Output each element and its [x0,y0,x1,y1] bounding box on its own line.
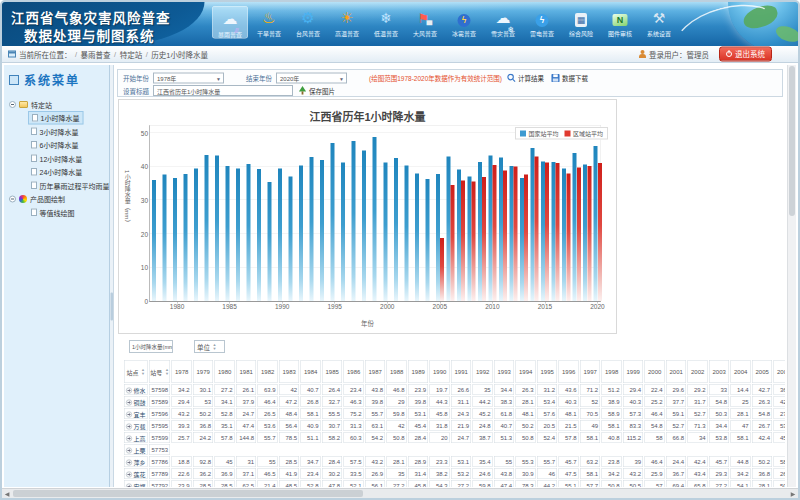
scrollbar-thumb[interactable] [13,490,363,497]
tree-item-6小时降水量[interactable]: 6小时降水量 [28,138,81,152]
year-col-header[interactable]: 1994 [516,360,536,383]
tree-expander-icon[interactable] [9,195,16,202]
table-row[interactable]: 上高5759925.724.257.8144.855.778.551.158.2… [124,432,785,443]
year-col-header[interactable]: 1993 [494,360,514,383]
value-cell: 52.7 [666,420,686,431]
table-row[interactable]: 上栗57753 [124,444,785,455]
table-scroll-container[interactable]: 站点▲▼站号▲▼19781979198019811982198319841985… [124,360,785,487]
table-row[interactable]: 宜丰5759643.250.252.824.726.548.458.155.57… [124,408,785,419]
year-col-header[interactable]: 2006 [774,360,785,383]
station-id: 57599 [149,432,170,443]
year-col-header[interactable]: 1982 [258,360,278,383]
download-button[interactable]: 数据下载 [551,73,588,83]
station-name: 莲花 [134,471,146,478]
year-col-header[interactable]: 1979 [193,360,213,383]
expand-row-icon[interactable] [126,399,132,405]
module-5[interactable]: ❄低温普查 [368,6,404,39]
value-cell: 57.3 [623,408,643,419]
tree-item-3小时降水量[interactable]: 3小时降水量 [28,125,81,139]
sort-arrows-icon[interactable]: ▲▼ [141,368,145,375]
table-row[interactable]: 莲花5778922.636.236.937.146.541.923.430.23… [124,468,785,479]
year-col-header[interactable]: 1998 [602,360,622,383]
tree-expander-icon[interactable] [9,101,16,108]
breadcrumb-item[interactable]: 特定站 [120,49,143,60]
year-col-header[interactable]: 1980 [215,360,235,383]
breadcrumb-item[interactable]: 暴雨普查 [81,49,111,60]
table-row[interactable]: 万载5759539.336.835.147.453.656.440.930.73… [124,420,785,431]
year-col-header[interactable]: 1991 [451,360,471,383]
module-1[interactable]: ☁///暴雨普查 [212,6,248,39]
module-7[interactable]: ϟ冰雹普查 [446,6,482,39]
measure-filter-box[interactable]: 1小时降水量(mm) [129,340,173,353]
module-8[interactable]: ☁❄雪灾普查 [485,6,521,39]
expand-row-icon[interactable] [126,471,132,477]
tree-group-产品图绘制[interactable]: 产品图绘制 [9,192,108,206]
save-image-button[interactable]: 保存图片 [298,86,335,96]
scroll-left-arrow[interactable]: ◀ [2,489,12,498]
scroll-right-arrow[interactable]: ▶ [788,489,798,498]
breadcrumb-item[interactable]: 历史1小时降水量 [151,49,208,60]
tree-item-等值线绘图[interactable]: 等值线绘图 [28,206,78,220]
module-10[interactable]: ▦综合风险 [563,6,599,39]
year-col-header[interactable]: 1989 [408,360,428,383]
module-6[interactable]: ⚑▄大风普查 [407,6,443,39]
end-year-select[interactable]: 2020年▼ [276,73,347,84]
table-row[interactable]: 安福5779223.928.528.562.521.448.552.847.85… [124,480,785,487]
window-horizontal-scrollbar[interactable]: ◀ ▶ [2,488,798,498]
year-col-header[interactable]: 1984 [301,360,321,383]
year-col-header[interactable]: 1978 [172,360,192,383]
module-11[interactable]: N图件审核 [602,6,638,39]
bar-regional-2013 [524,175,528,301]
main-vertical-scrollbar[interactable] [787,65,796,487]
year-col-header[interactable]: 1992 [473,360,493,383]
year-col-header[interactable]: 1988 [387,360,407,383]
year-col-header[interactable]: 1995 [537,360,557,383]
year-col-header[interactable]: 1997 [580,360,600,383]
year-col-header[interactable]: 1986 [344,360,364,383]
year-col-header[interactable]: 1987 [365,360,385,383]
tree-group-特定站[interactable]: 特定站 [9,98,108,112]
calculate-button[interactable]: 计算结果 [507,73,544,83]
year-col-header[interactable]: 2002 [688,360,708,383]
year-col-header[interactable]: 1990 [430,360,450,383]
expand-row-icon[interactable] [126,483,132,487]
id-col-header[interactable]: 站号 [150,367,162,376]
expand-row-icon[interactable] [126,411,132,417]
year-col-header[interactable]: 1981 [236,360,256,383]
start-year-select[interactable]: 1978年▼ [153,73,224,84]
expand-row-icon[interactable] [126,423,132,429]
expand-row-icon[interactable] [126,387,132,393]
year-col-header[interactable]: 2000 [645,360,665,383]
table-row[interactable]: 萍乡5778618.892.845315528.534.728.457.543.… [124,456,785,467]
scrollbar-thumb[interactable] [789,66,795,216]
module-2[interactable]: ♨干旱普查 [251,6,287,39]
logout-button[interactable]: 退出系统 [719,47,772,62]
expand-row-icon[interactable] [126,447,132,453]
expand-row-icon[interactable] [126,459,132,465]
splitter-grip[interactable] [111,293,114,321]
module-3[interactable]: ⚙台风普查 [290,6,326,39]
table-row[interactable]: 修水5759834.230.127.226.163.94240.726.423.… [124,384,785,395]
table-row[interactable]: 铜鼓5758929.45334.137.946.447.226.832.746.… [124,396,785,407]
station-col-header[interactable]: 站点 [127,367,139,376]
year-col-header[interactable]: 2001 [666,360,686,383]
tree-item-历年暴雨过程平均雨量[interactable]: 历年暴雨过程平均雨量 [28,179,110,193]
tree-item-12小时降水量[interactable]: 12小时降水量 [28,152,85,166]
year-col-header[interactable]: 2003 [709,360,729,383]
tree-item-1小时降水量[interactable]: 1小时降水量 [28,111,83,125]
unit-filter-box[interactable]: 单位▲▼ [194,340,225,353]
tree-item-24小时降水量[interactable]: 24小时降水量 [28,165,85,179]
expand-row-icon[interactable] [126,435,132,441]
module-9[interactable]: ϟ雷电普查 [524,6,560,39]
year-col-header[interactable]: 1996 [559,360,579,383]
bar-regional-2017 [566,173,570,301]
year-col-header[interactable]: 2004 [731,360,751,383]
year-col-header[interactable]: 1999 [623,360,643,383]
year-col-header[interactable]: 1985 [322,360,342,383]
module-4[interactable]: ☀高温普查 [329,6,365,39]
year-col-header[interactable]: 1983 [279,360,299,383]
module-12[interactable]: ⚒系统设置 [641,6,677,39]
year-col-header[interactable]: 2005 [752,360,772,383]
chart-title-input[interactable]: 江西省历年1小时降水量 [153,85,293,96]
sort-arrows-icon[interactable]: ▲▼ [165,368,169,375]
